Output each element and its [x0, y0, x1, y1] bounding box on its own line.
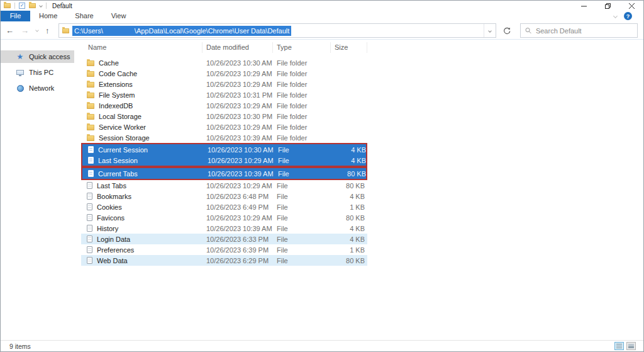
help-button[interactable]: ? [624, 12, 632, 20]
table-row[interactable]: History10/26/2023 10:39 AMFile4 KB [81, 223, 367, 234]
refresh-button[interactable] [500, 23, 514, 38]
window-controls [572, 1, 643, 11]
table-row[interactable]: Code Cache10/26/2023 10:29 AMFile folder [81, 68, 367, 79]
file-name: IndexedDB [99, 102, 133, 110]
large-icons-view-button[interactable] [626, 342, 636, 350]
file-date: 10/26/2023 6:49 PM [203, 203, 273, 211]
table-row[interactable]: File System10/26/2023 10:31 PMFile folde… [81, 89, 367, 100]
table-row[interactable]: Session Storage10/26/2023 10:39 AMFile f… [81, 132, 367, 143]
file-name-cell: Cache [81, 59, 203, 67]
table-row[interactable]: Current Session10/26/2023 10:30 AMFile4 … [82, 144, 366, 155]
table-row[interactable]: Bookmarks10/26/2023 6:48 PMFile4 KB [81, 191, 367, 202]
file-date: 10/26/2023 6:48 PM [203, 193, 273, 200]
file-name-cell: Preferences [81, 246, 203, 254]
table-row[interactable]: Last Session10/26/2023 10:29 AMFile4 KB [82, 155, 366, 166]
folder-icon [87, 71, 94, 77]
table-row[interactable]: Favicons10/26/2023 10:29 AMFile80 KB [81, 212, 367, 223]
folder-icon [87, 103, 94, 109]
sidebar-item-label: Quick access [29, 53, 70, 60]
file-type: File folder [273, 59, 331, 67]
address-bar[interactable]: C:\Users\\AppData\Local\Google\Chrome\Us… [58, 23, 496, 38]
folder-icon [87, 93, 94, 98]
table-row[interactable]: Current Tabs10/26/2023 10:39 AMFile80 KB [82, 168, 366, 179]
status-bar: 9 items [1, 340, 643, 351]
tab-file[interactable]: File [1, 11, 30, 21]
column-header-date-modified[interactable]: Date modified [203, 42, 273, 53]
item-count: 9 items [1, 343, 31, 350]
back-button[interactable]: ← [6, 26, 14, 35]
globe-icon [17, 85, 24, 92]
table-row[interactable]: IndexedDB10/26/2023 10:29 AMFile folder [81, 100, 367, 111]
table-row[interactable]: Cookies10/26/2023 6:49 PMFile1 KB [81, 202, 367, 212]
search-input[interactable] [536, 27, 633, 35]
restore-button[interactable] [596, 1, 619, 11]
file-type: File [273, 246, 331, 254]
file-size: 4 KB [332, 157, 369, 164]
up-button[interactable]: ↑ [45, 26, 50, 35]
ribbon-tabs: FileHomeShareView [1, 11, 643, 21]
sidebar-item-quick-access[interactable]: Quick access [1, 50, 74, 63]
file-date: 10/26/2023 6:33 PM [203, 236, 273, 243]
address-dropdown-button[interactable] [484, 24, 496, 37]
address-path-prefix: C:\Users\ [74, 27, 103, 35]
table-row[interactable]: Last Tabs10/26/2023 10:29 AMFile80 KB [81, 180, 367, 191]
view-toggles [614, 342, 636, 350]
annotation-red-box: Current Session10/26/2023 10:30 AMFile4 … [81, 143, 367, 167]
address-path-suffix: \AppData\Local\Google\Chrome\User Data\D… [135, 27, 289, 35]
file-type: File folder [273, 134, 331, 142]
column-header-size[interactable]: Size [331, 42, 367, 53]
file-size: 80 KB [331, 257, 367, 264]
tab-view[interactable]: View [103, 11, 135, 21]
table-row[interactable]: Extensions10/26/2023 10:29 AMFile folder [81, 79, 367, 89]
file-type: File [274, 170, 332, 178]
table-row[interactable]: Preferences10/26/2023 6:39 PMFile1 KB [81, 244, 367, 255]
column-header-name[interactable]: Name [79, 42, 203, 53]
recent-locations-chevron-icon[interactable] [35, 28, 39, 32]
separator [46, 3, 47, 9]
file-name-cell: History [81, 225, 203, 232]
table-row[interactable]: Web Data10/26/2023 6:29 PMFile80 KB [81, 255, 367, 266]
file-name: Current Tabs [98, 170, 138, 178]
explorer-icon [4, 3, 11, 8]
table-row[interactable]: Service Worker10/26/2023 10:29 AMFile fo… [81, 122, 367, 132]
file-name: Service Worker [99, 123, 146, 131]
file-type: File [274, 157, 332, 164]
ribbon-right-controls: ? [614, 11, 632, 21]
file-size: 80 KB [332, 170, 369, 178]
file-date: 10/26/2023 10:29 AM [203, 182, 273, 190]
minimize-button[interactable] [572, 1, 596, 11]
file-name-cell: Service Worker [81, 123, 203, 131]
file-size: 80 KB [331, 214, 367, 222]
properties-button[interactable] [19, 3, 25, 9]
expand-ribbon-chevron-icon[interactable] [613, 14, 618, 18]
file-date: 10/26/2023 10:39 AM [204, 170, 274, 178]
table-row[interactable]: Local Storage10/26/2023 10:30 PMFile fol… [81, 111, 367, 122]
tab-home[interactable]: Home [30, 11, 66, 21]
qat-customize-chevron-icon[interactable] [39, 4, 43, 8]
column-header-type[interactable]: Type [273, 42, 331, 53]
address-folder-icon [62, 28, 69, 33]
file-name: Cache [99, 59, 119, 67]
file-date: 10/26/2023 10:29 AM [203, 214, 273, 222]
file-date: 10/26/2023 10:31 PM [203, 91, 273, 99]
file-name: Local Storage [99, 113, 142, 120]
file-size: 1 KB [331, 203, 367, 211]
file-date: 10/26/2023 10:39 AM [203, 225, 273, 232]
file-list: Cache10/26/2023 10:30 AMFile folderCode … [81, 57, 367, 266]
folder-icon [87, 114, 94, 120]
file-name-cell: Last Tabs [81, 182, 203, 190]
file-name-cell: Current Tabs [82, 170, 204, 178]
file-name: Code Cache [99, 70, 137, 77]
sidebar-item-this-pc[interactable]: This PC [1, 66, 74, 79]
details-view-button[interactable] [614, 342, 624, 350]
close-button[interactable] [619, 1, 643, 11]
forward-button[interactable]: → [21, 26, 29, 35]
file-icon [87, 214, 92, 221]
table-row[interactable]: Cache10/26/2023 10:30 AMFile folder [81, 57, 367, 68]
file-name-cell: Code Cache [81, 70, 203, 77]
tab-share[interactable]: Share [66, 11, 102, 21]
navigation-toolbar: ← → ↑ C:\Users\\AppData\Local\Google\Chr… [1, 21, 643, 40]
new-folder-button[interactable] [29, 3, 36, 8]
table-row[interactable]: Login Data10/26/2023 6:33 PMFile4 KB [81, 234, 367, 244]
sidebar-item-network[interactable]: Network [1, 82, 74, 94]
